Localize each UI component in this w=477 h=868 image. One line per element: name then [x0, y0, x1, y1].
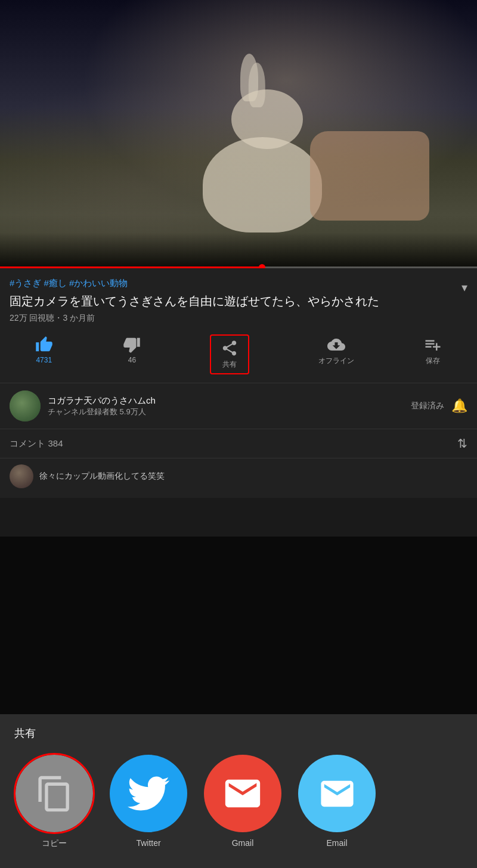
- offline-button[interactable]: オフライン: [318, 336, 354, 373]
- video-stats: 22万 回視聴・3 か月前: [10, 313, 457, 324]
- share-app-copy[interactable]: コピー: [10, 755, 99, 849]
- twitter-icon-circle: [110, 755, 187, 832]
- copy-label: コピー: [42, 838, 67, 849]
- share-apps-list: コピー Twitter Gmail: [0, 750, 477, 868]
- content-area: #うさぎ #癒し #かわいい動物 固定カメラを置いてうさぎさんを自由に遊ばせてた…: [0, 268, 477, 498]
- thumb-up-icon: [35, 336, 53, 354]
- save-label: 保存: [426, 356, 440, 366]
- comment-preview: 徐々にカップル動画化してる笑笑: [0, 458, 477, 498]
- title-block: #うさぎ #癒し #かわいい動物 固定カメラを置いてうさぎさんを自由に遊ばせてた…: [10, 278, 457, 324]
- copy-icon-circle: [16, 755, 93, 832]
- chevron-down-icon[interactable]: ▾: [461, 280, 467, 294]
- channel-section: コガラナ天パのうさハムch チャンネル登録者数 5.9万人 登録済み 🔔: [0, 383, 477, 429]
- hand-decoration: [310, 131, 429, 221]
- share-button[interactable]: 共有: [211, 336, 248, 373]
- subscribe-button[interactable]: 登録済み: [411, 401, 444, 411]
- save-icon: [424, 336, 442, 354]
- avatar-image: [10, 390, 41, 421]
- offline-label: オフライン: [318, 356, 354, 366]
- copy-icon: [35, 774, 74, 813]
- share-title: 共有: [0, 714, 477, 750]
- share-icon: [221, 339, 238, 357]
- gmail-icon-circle: [204, 755, 281, 832]
- channel-actions: 登録済み 🔔: [411, 398, 467, 414]
- channel-subscribers: チャンネル登録者数 5.9万人: [48, 407, 411, 417]
- email-icon: [318, 774, 357, 813]
- dislike-button[interactable]: 46: [123, 336, 141, 373]
- video-title: 固定カメラを置いてうさぎさんを自由に遊ばせてたら、やらかされた: [10, 293, 457, 309]
- comment-text: 徐々にカップル動画化してる笑笑: [39, 471, 165, 482]
- progress-dot: [259, 264, 265, 268]
- comment-avatar: [10, 464, 33, 488]
- progress-bar[interactable]: [0, 266, 477, 268]
- twitter-label: Twitter: [136, 838, 160, 848]
- gmail-icon: [222, 773, 264, 814]
- channel-name[interactable]: コガラナ天パのうさハムch: [48, 395, 411, 407]
- email-label: Email: [326, 838, 347, 848]
- sort-icon[interactable]: ⇅: [457, 436, 467, 451]
- channel-info: コガラナ天パのうさハムch チャンネル登録者数 5.9万人: [48, 395, 411, 417]
- hashtags[interactable]: #うさぎ #癒し #かわいい動物: [10, 278, 457, 289]
- share-app-gmail[interactable]: Gmail: [198, 755, 287, 849]
- progress-fill: [0, 266, 262, 268]
- save-button[interactable]: 保存: [424, 336, 442, 373]
- email-icon-circle: [298, 755, 376, 832]
- like-count: 4731: [36, 356, 52, 364]
- comments-section[interactable]: コメント 384 ⇅: [0, 429, 477, 458]
- download-icon: [327, 336, 345, 354]
- thumb-down-icon: [123, 336, 141, 354]
- share-label: 共有: [222, 359, 237, 370]
- twitter-bird-icon: [128, 773, 169, 814]
- video-gradient: [0, 232, 477, 268]
- share-app-email[interactable]: Email: [292, 755, 382, 849]
- gmail-label: Gmail: [232, 838, 254, 848]
- comments-header: コメント 384: [10, 438, 63, 450]
- share-sheet: 共有 コピー Twitter: [0, 714, 477, 868]
- title-section: #うさぎ #癒し #かわいい動物 固定カメラを置いてうさぎさんを自由に遊ばせてた…: [0, 268, 477, 328]
- dislike-count: 46: [128, 356, 136, 364]
- rabbit-decoration: [203, 137, 322, 232]
- share-app-twitter[interactable]: Twitter: [104, 755, 193, 849]
- video-player[interactable]: [0, 0, 477, 268]
- channel-avatar[interactable]: [10, 390, 41, 421]
- action-buttons: 4731 46 共有 オフライン 保存: [0, 328, 477, 383]
- bell-icon[interactable]: 🔔: [451, 398, 467, 414]
- like-button[interactable]: 4731: [35, 336, 53, 373]
